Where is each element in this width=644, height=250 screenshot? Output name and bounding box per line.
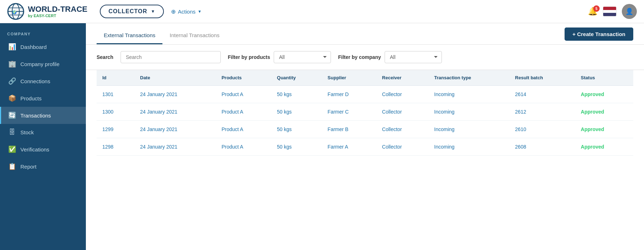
col-id: Id <box>97 70 135 86</box>
language-flag-button[interactable] <box>603 6 616 16</box>
sidebar-item-report[interactable]: 📋 Report <box>0 158 86 175</box>
sidebar-item-stock[interactable]: 🗄 Stock <box>0 124 86 141</box>
logo-subtitle: by EASY-CERT <box>28 14 87 18</box>
sidebar-item-verifications[interactable]: ✅ Verifications <box>0 141 86 158</box>
plus-icon: ⊕ <box>171 8 176 15</box>
filter-company-label: Filter by company <box>338 54 381 60</box>
cell-quantity: 50 kgs <box>271 103 322 121</box>
search-input[interactable] <box>121 51 221 63</box>
notification-button[interactable]: 🔔 5 <box>588 7 597 16</box>
tabs-header: External Transactions Internal Transacti… <box>86 23 644 45</box>
cell-supplier: Farmer B <box>322 121 376 138</box>
topnav-right: 🔔 5 👤 <box>588 4 637 19</box>
topnav: 🌍 WORLD-TRACE by EASY-CERT COLLECTOR ▼ ⊕… <box>0 0 644 23</box>
sidebar-item-label: Transactions <box>20 112 51 119</box>
cell-receiver: Collector <box>376 103 429 121</box>
cell-products: Product A <box>216 138 271 156</box>
col-date: Date <box>135 70 216 86</box>
cell-quantity: 50 kgs <box>271 86 322 103</box>
table-row[interactable]: 1301 24 January 2021 Product A 50 kgs Fa… <box>97 86 633 103</box>
cell-type: Incoming <box>429 86 509 103</box>
main-layout: COMPANY 📊 Dashboard 🏢 Company profile 🔗 … <box>0 23 644 250</box>
cell-batch: 2610 <box>509 121 575 138</box>
cell-status: Approved <box>575 138 633 156</box>
logo: 🌍 WORLD-TRACE by EASY-CERT <box>7 3 87 20</box>
dashboard-icon: 📊 <box>8 43 16 51</box>
sidebar-item-transactions[interactable]: 🔄 Transactions <box>0 107 86 124</box>
cell-receiver: Collector <box>376 86 429 103</box>
filter-products-label: Filter by products <box>228 54 270 60</box>
cell-supplier: Farmer A <box>322 138 376 156</box>
actions-button[interactable]: ⊕ Actions ▼ <box>171 8 201 15</box>
cell-batch: 2614 <box>509 86 575 103</box>
cell-status: Approved <box>575 121 633 138</box>
collector-button[interactable]: COLLECTOR ▼ <box>100 5 164 18</box>
transactions-icon: 🔄 <box>8 111 16 119</box>
tab-internal-transactions[interactable]: Internal Transactions <box>162 26 226 44</box>
sidebar-item-products[interactable]: 📦 Products <box>0 90 86 107</box>
content-area: External Transactions Internal Transacti… <box>86 23 644 250</box>
sidebar-item-label: Report <box>20 164 36 170</box>
cell-date: 24 January 2021 <box>135 121 216 138</box>
cell-products: Product A <box>216 86 271 103</box>
globe-icon: 🌍 <box>7 3 24 20</box>
cell-id: 1298 <box>97 138 135 156</box>
tab-external-transactions[interactable]: External Transactions <box>97 26 162 44</box>
transactions-table-wrap: Id Date Products Quantity Supplier Recei… <box>86 70 644 250</box>
stock-icon: 🗄 <box>8 129 16 136</box>
sidebar-item-connections[interactable]: 🔗 Connections <box>0 72 86 90</box>
svg-text:🌍: 🌍 <box>12 10 17 15</box>
cell-batch: 2608 <box>509 138 575 156</box>
filter-bar: Search Filter by products All Filter by … <box>86 45 644 70</box>
sidebar-item-label: Verifications <box>20 146 49 152</box>
products-icon: 📦 <box>8 94 16 102</box>
col-batch: Result batch <box>509 70 575 86</box>
cell-type: Incoming <box>429 103 509 121</box>
cell-id: 1299 <box>97 121 135 138</box>
filter-company-select[interactable]: All <box>385 51 442 63</box>
filter-products-select[interactable]: All <box>274 51 331 63</box>
cell-receiver: Collector <box>376 121 429 138</box>
cell-id: 1301 <box>97 86 135 103</box>
sidebar-item-company-profile[interactable]: 🏢 Company profile <box>0 55 86 72</box>
cell-supplier: Farmer D <box>322 86 376 103</box>
col-status: Status <box>575 70 633 86</box>
avatar[interactable]: 👤 <box>622 4 637 19</box>
transactions-table: Id Date Products Quantity Supplier Recei… <box>97 70 633 156</box>
cell-id: 1300 <box>97 103 135 121</box>
cell-quantity: 50 kgs <box>271 121 322 138</box>
cell-status: Approved <box>575 103 633 121</box>
sidebar-item-label: Products <box>20 95 42 101</box>
cell-date: 24 January 2021 <box>135 138 216 156</box>
cell-batch: 2612 <box>509 103 575 121</box>
sidebar-item-label: Stock <box>20 129 34 135</box>
report-icon: 📋 <box>8 162 16 170</box>
cell-receiver: Collector <box>376 138 429 156</box>
col-type: Transaction type <box>429 70 509 86</box>
cell-type: Incoming <box>429 138 509 156</box>
cell-supplier: Farmer C <box>322 103 376 121</box>
verifications-icon: ✅ <box>8 145 16 153</box>
cell-status: Approved <box>575 86 633 103</box>
filter-company-wrap: Filter by company All <box>338 51 442 63</box>
sidebar-item-label: Company profile <box>20 61 59 67</box>
company-profile-icon: 🏢 <box>8 60 16 68</box>
cell-date: 24 January 2021 <box>135 103 216 121</box>
connections-icon: 🔗 <box>8 77 16 85</box>
create-transaction-button[interactable]: + Create Transaction <box>565 28 633 41</box>
filter-products-wrap: Filter by products All <box>228 51 331 63</box>
sidebar-item-dashboard[interactable]: 📊 Dashboard <box>0 38 86 55</box>
col-supplier: Supplier <box>322 70 376 86</box>
table-row[interactable]: 1300 24 January 2021 Product A 50 kgs Fa… <box>97 103 633 121</box>
table-row[interactable]: 1299 24 January 2021 Product A 50 kgs Fa… <box>97 121 633 138</box>
col-receiver: Receiver <box>376 70 429 86</box>
cell-type: Incoming <box>429 121 509 138</box>
cell-quantity: 50 kgs <box>271 138 322 156</box>
sidebar: COMPANY 📊 Dashboard 🏢 Company profile 🔗 … <box>0 23 86 250</box>
table-row[interactable]: 1298 24 January 2021 Product A 50 kgs Fa… <box>97 138 633 156</box>
col-products: Products <box>216 70 271 86</box>
search-label: Search <box>97 54 113 60</box>
cell-products: Product A <box>216 103 271 121</box>
notification-badge: 5 <box>593 5 600 12</box>
cell-date: 24 January 2021 <box>135 86 216 103</box>
